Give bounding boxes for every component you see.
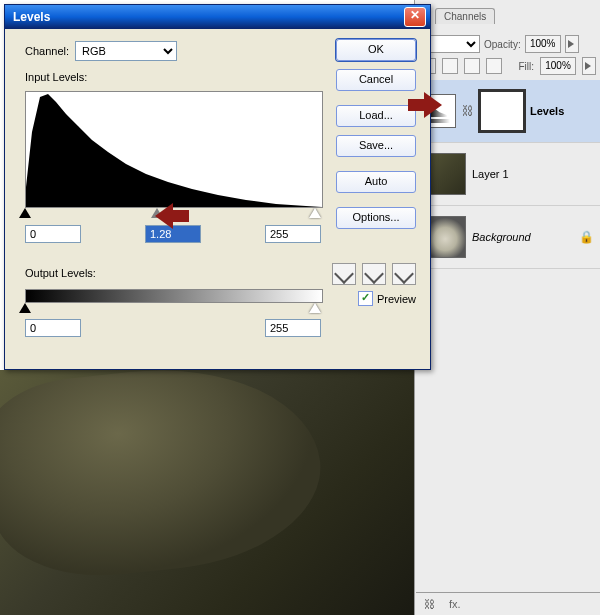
save-button[interactable]: Save... <box>336 135 416 157</box>
annotation-arrow-gamma <box>155 205 189 227</box>
fill-flyout-icon[interactable] <box>582 57 596 75</box>
tab-channels[interactable]: Channels <box>435 8 495 24</box>
eyedropper-white-icon[interactable] <box>392 263 416 285</box>
output-gradient <box>25 289 323 303</box>
dialog-titlebar[interactable]: Levels ✕ <box>5 5 430 29</box>
input-gamma-field[interactable] <box>145 225 201 243</box>
cancel-button[interactable]: Cancel <box>336 69 416 91</box>
layer-name[interactable]: Background <box>472 231 531 243</box>
preview-label: Preview <box>377 293 416 305</box>
input-white-field[interactable] <box>265 225 321 243</box>
input-white-slider[interactable] <box>309 208 321 218</box>
layer-mask-thumb[interactable] <box>480 91 524 131</box>
options-button[interactable]: Options... <box>336 207 416 229</box>
layer-name[interactable]: Layer 1 <box>472 168 509 180</box>
preview-checkbox[interactable]: ✓ <box>358 291 373 306</box>
opacity-flyout-icon[interactable] <box>565 35 579 53</box>
eyedropper-gray-icon[interactable] <box>362 263 386 285</box>
link-layers-icon[interactable]: ⛓ <box>424 598 435 610</box>
lock-icon: 🔒 <box>579 230 594 244</box>
input-levels-label: Input Levels: <box>25 71 87 83</box>
lock-position-icon[interactable] <box>464 58 480 74</box>
dialog-title: Levels <box>9 10 404 24</box>
layer-name[interactable]: Levels <box>530 105 564 117</box>
opacity-label: Opacity: <box>484 39 521 50</box>
fx-icon[interactable]: fx. <box>449 598 461 610</box>
input-black-slider[interactable] <box>19 208 31 218</box>
histogram <box>25 91 323 208</box>
output-black-field[interactable] <box>25 319 81 337</box>
channel-select[interactable]: RGB <box>75 41 177 61</box>
link-icon[interactable]: ⛓ <box>462 101 474 121</box>
ok-button[interactable]: OK <box>336 39 416 61</box>
eyedropper-black-icon[interactable] <box>332 263 356 285</box>
close-button[interactable]: ✕ <box>404 7 426 27</box>
levels-dialog: Levels ✕ Channel: RGB Input Levels: <box>4 4 431 370</box>
channel-label: Channel: <box>25 45 69 57</box>
opacity-value[interactable]: 100% <box>525 35 561 53</box>
histogram-shape <box>26 92 322 207</box>
output-white-field[interactable] <box>265 319 321 337</box>
layers-list: ⛓ Levels Layer 1 Background 🔒 <box>416 80 600 615</box>
input-black-field[interactable] <box>25 225 81 243</box>
output-slider-track[interactable] <box>25 303 321 311</box>
output-white-slider[interactable] <box>309 303 321 313</box>
annotation-arrow-layer <box>408 94 442 116</box>
load-button[interactable]: Load... <box>336 105 416 127</box>
layer-row-levels[interactable]: ⛓ Levels <box>416 80 600 143</box>
lock-pixels-icon[interactable] <box>442 58 458 74</box>
layers-panel-footer: ⛓ fx. <box>416 592 600 615</box>
layer-row-background[interactable]: Background 🔒 <box>416 206 600 269</box>
fill-label: Fill: <box>518 61 534 72</box>
fill-value[interactable]: 100% <box>540 57 576 75</box>
output-levels-label: Output Levels: <box>25 267 96 279</box>
output-black-slider[interactable] <box>19 303 31 313</box>
lock-all-icon[interactable] <box>486 58 502 74</box>
document-canvas[interactable] <box>0 370 414 615</box>
auto-button[interactable]: Auto <box>336 171 416 193</box>
layer-row-layer1[interactable]: Layer 1 <box>416 143 600 206</box>
